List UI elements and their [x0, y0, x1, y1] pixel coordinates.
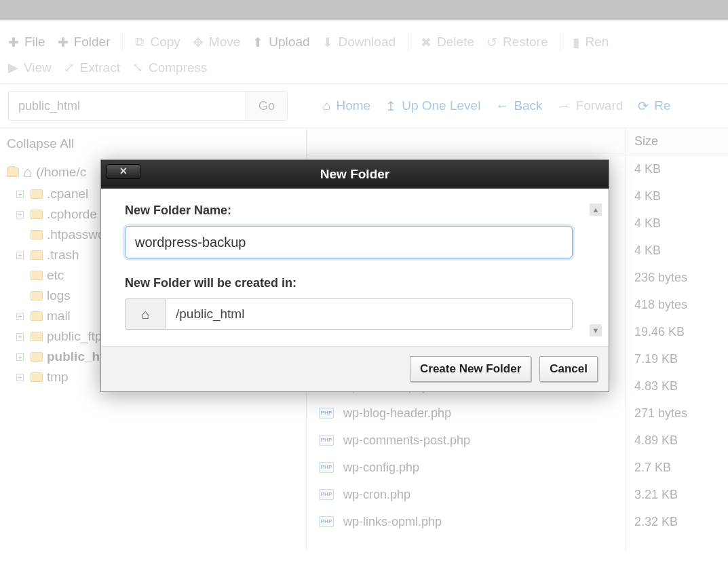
- home-icon: ⌂: [23, 163, 32, 181]
- delete-button[interactable]: ✖Delete: [421, 35, 474, 50]
- file-size: 2.32 KB: [626, 508, 728, 535]
- upload-button[interactable]: ⬆Upload: [252, 35, 309, 50]
- location-input[interactable]: [166, 298, 573, 330]
- folder-button[interactable]: ✚Folder: [58, 35, 111, 50]
- php-file-icon: PHP: [319, 461, 334, 473]
- tree-item-label: .cphorde: [47, 207, 97, 222]
- location-home-icon[interactable]: ⌂: [125, 298, 166, 330]
- create-folder-button[interactable]: Create New Folder: [410, 356, 531, 382]
- file-name: wp-blog-header.php: [343, 406, 451, 421]
- name-label: New Folder Name:: [125, 204, 585, 218]
- path-input[interactable]: [8, 91, 246, 121]
- expand-icon[interactable]: +: [16, 374, 24, 381]
- location-label: New Folder will be created in:: [125, 276, 585, 290]
- file-size: 4 KB: [626, 155, 728, 182]
- compress-button[interactable]: ⤡Compress: [132, 60, 208, 75]
- file-size: 4 KB: [626, 237, 728, 264]
- file-size: 4.83 KB: [626, 372, 728, 400]
- view-button[interactable]: ▶View: [8, 60, 52, 75]
- file-row[interactable]: PHPwp-config.php: [307, 454, 626, 481]
- file-size: 4 KB: [626, 210, 728, 237]
- scroll-up-icon[interactable]: ▲: [590, 204, 602, 216]
- tree-item-label: .htpasswd: [47, 227, 105, 242]
- file-row[interactable]: PHPwp-comments-post.php: [307, 427, 626, 454]
- back-link[interactable]: ←Back: [495, 98, 542, 113]
- folder-icon: [31, 210, 43, 219]
- file-button[interactable]: ✚File: [8, 35, 45, 50]
- reload-link[interactable]: ⟳Re: [638, 98, 670, 114]
- folder-icon: [31, 311, 43, 321]
- close-button[interactable]: ✕: [107, 164, 140, 179]
- file-size: 4 KB: [626, 182, 728, 210]
- folder-icon: [31, 189, 43, 199]
- file-row[interactable]: PHPwp-links-opml.php: [307, 508, 626, 535]
- php-file-icon: PHP: [319, 434, 334, 446]
- file-size: 7.19 KB: [626, 345, 728, 372]
- expand-icon[interactable]: +: [16, 252, 24, 259]
- rename-button[interactable]: ▮Ren: [573, 35, 609, 50]
- size-header[interactable]: Size: [626, 128, 728, 155]
- folder-icon: [31, 352, 43, 362]
- expand-icon[interactable]: +: [16, 191, 24, 198]
- file-name: wp-config.php: [343, 461, 419, 475]
- up-icon: ↥: [385, 98, 396, 114]
- expand-icon[interactable]: +: [16, 333, 24, 341]
- file-row[interactable]: PHPwp-cron.php: [307, 481, 626, 508]
- file-size: 418 bytes: [626, 291, 728, 318]
- file-size: 236 bytes: [626, 264, 728, 291]
- scroll-down-icon[interactable]: ▼: [590, 324, 602, 336]
- tree-item-label: public_ftp: [47, 329, 102, 344]
- file-name: wp-links-opml.php: [343, 515, 442, 529]
- copy-button[interactable]: ⧉Copy: [135, 35, 180, 50]
- tree-item-label: logs: [47, 288, 71, 303]
- expand-icon[interactable]: +: [16, 211, 24, 218]
- restore-button[interactable]: ↺Restore: [486, 35, 548, 50]
- expand-icon[interactable]: +: [16, 313, 24, 320]
- tree-item-label: tmp: [47, 370, 69, 385]
- folder-icon: [31, 230, 43, 239]
- file-size: 19.46 KB: [626, 318, 728, 345]
- folder-icon: [31, 372, 43, 382]
- php-file-icon: PHP: [319, 488, 334, 501]
- forward-link[interactable]: →Forward: [558, 98, 624, 113]
- file-size: 2.7 KB: [626, 454, 728, 481]
- dialog-scrollbar[interactable]: ▲ ▼: [590, 204, 602, 339]
- folder-name-input[interactable]: [125, 226, 573, 258]
- tree-item-label: etc: [47, 268, 64, 283]
- collapse-all-link[interactable]: Collapse All: [7, 136, 299, 151]
- file-row[interactable]: PHPwp-blog-header.php: [307, 400, 626, 427]
- tree-item-label: .trash: [47, 248, 79, 263]
- go-button[interactable]: Go: [246, 91, 288, 121]
- download-button[interactable]: ⬇Download: [322, 35, 396, 50]
- file-size: 3.21 KB: [626, 481, 728, 508]
- new-folder-dialog: ✕ New Folder New Folder Name: New Folder…: [100, 159, 609, 392]
- extract-button[interactable]: ⤢Extract: [64, 60, 120, 75]
- up-link[interactable]: ↥Up One Level: [385, 98, 480, 114]
- tree-item-label: mail: [47, 309, 71, 324]
- file-size: 271 bytes: [626, 400, 728, 427]
- move-button[interactable]: ✥Move: [193, 35, 240, 50]
- folder-icon: [31, 332, 43, 341]
- home-link[interactable]: ⌂Home: [323, 98, 370, 113]
- file-name: wp-cron.php: [343, 488, 410, 502]
- reload-icon: ⟳: [638, 98, 649, 114]
- window-titlebar: [0, 0, 728, 20]
- back-icon: ←: [495, 98, 508, 113]
- home-icon: ⌂: [323, 98, 330, 113]
- php-file-icon: PHP: [319, 407, 334, 419]
- navbar: Go ⌂Home ↥Up One Level ←Back →Forward ⟳R…: [0, 84, 728, 128]
- tree-item-label: .cpanel: [47, 187, 88, 201]
- expand-icon[interactable]: +: [16, 353, 24, 361]
- folder-open-icon: [7, 168, 19, 177]
- forward-icon: →: [558, 98, 571, 113]
- dialog-title: ✕ New Folder: [101, 160, 609, 189]
- folder-icon: [31, 291, 43, 301]
- folder-icon: [31, 271, 43, 280]
- folder-icon: [31, 250, 43, 260]
- name-header[interactable]: [307, 128, 626, 155]
- cancel-button[interactable]: Cancel: [539, 356, 598, 382]
- file-name: wp-comments-post.php: [343, 433, 470, 448]
- toolbar: ✚File ✚Folder ⧉Copy ✥Move ⬆Upload ⬇Downl…: [0, 20, 728, 84]
- php-file-icon: PHP: [319, 516, 334, 528]
- file-size: 4.89 KB: [626, 427, 728, 454]
